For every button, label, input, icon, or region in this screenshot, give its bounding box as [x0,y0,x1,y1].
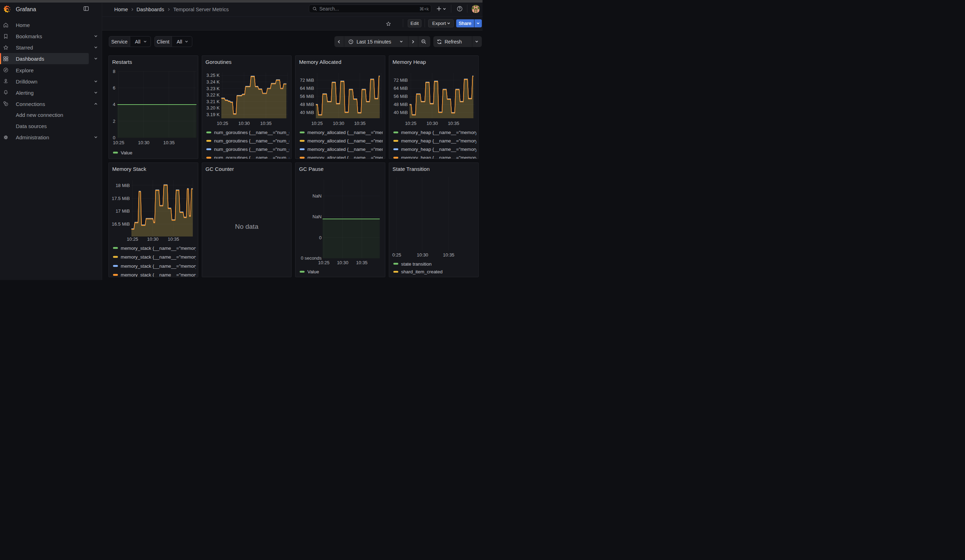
svg-text:memory_heap {__name__="memory_: memory_heap {__name__="memory_h [401,139,479,144]
svg-text:3.24 K: 3.24 K [206,79,220,85]
svg-text:NaN: NaN [312,193,322,198]
svg-text:num_goroutines {__name__="num_: num_goroutines {__name__="num_go [214,139,292,144]
svg-text:18 MiB: 18 MiB [115,183,129,188]
svg-text:3.20 K: 3.20 K [206,106,220,111]
svg-text:4: 4 [113,102,115,107]
svg-text:0:25: 0:25 [392,252,401,257]
svg-text:40 MiB: 40 MiB [300,110,314,116]
svg-text:memory_allocated {__name__="me: memory_allocated {__name__="memo [307,155,385,159]
svg-text:10:35: 10:35 [443,252,455,257]
svg-text:10:25: 10:25 [405,121,417,126]
svg-text:10:35: 10:35 [163,140,175,145]
svg-text:48 MiB: 48 MiB [393,102,407,107]
svg-text:10:35: 10:35 [354,121,366,126]
svg-text:72 MiB: 72 MiB [300,78,314,83]
svg-text:10:30: 10:30 [417,252,428,257]
svg-text:num_goroutines {__name__="num_: num_goroutines {__name__="num_go [214,147,292,152]
svg-text:10:30: 10:30 [333,121,345,126]
svg-text:3.19 K: 3.19 K [206,112,220,117]
svg-text:memory_stack {__name__="memory: memory_stack {__name__="memory_s [121,255,198,260]
svg-text:10:25: 10:25 [318,260,330,265]
svg-text:17 MiB: 17 MiB [115,208,129,214]
svg-text:shard_item_created: shard_item_created [401,269,443,274]
svg-text:0: 0 [113,135,115,140]
svg-text:48 MiB: 48 MiB [300,102,314,107]
svg-text:10:30: 10:30 [147,236,159,242]
svg-text:10:30: 10:30 [426,121,438,126]
svg-text:3.25 K: 3.25 K [206,73,220,78]
svg-text:3.22 K: 3.22 K [206,92,220,98]
svg-text:3.23 K: 3.23 K [206,86,220,91]
svg-text:6: 6 [113,85,115,90]
svg-text:memory_stack {__name__="memory: memory_stack {__name__="memory_s [121,272,198,277]
svg-text:10:30: 10:30 [337,260,348,265]
svg-text:memory_heap {__name__="memory_: memory_heap {__name__="memory_h [401,130,479,136]
svg-text:memory_heap {__name__="memory_: memory_heap {__name__="memory_h [401,155,479,159]
svg-text:16.5 MiB: 16.5 MiB [111,221,129,227]
svg-text:72 MiB: 72 MiB [393,78,407,83]
svg-text:10:30: 10:30 [138,140,149,145]
svg-text:8: 8 [113,69,115,74]
svg-text:memory_allocated {__name__="me: memory_allocated {__name__="memo [307,130,385,136]
svg-text:10:35: 10:35 [356,260,368,265]
svg-text:40 MiB: 40 MiB [393,110,407,116]
svg-text:56 MiB: 56 MiB [393,94,407,99]
svg-text:10:35: 10:35 [448,121,460,126]
svg-text:10:25: 10:25 [216,121,228,126]
svg-text:Value: Value [121,150,132,155]
svg-text:10:25: 10:25 [311,121,323,126]
svg-text:state transition: state transition [401,261,432,266]
svg-text:10:25: 10:25 [127,236,138,242]
svg-text:10:35: 10:35 [168,236,179,242]
svg-text:num_goroutines {__name__="num_: num_goroutines {__name__="num_go [214,155,292,159]
svg-text:memory_allocated {__name__="me: memory_allocated {__name__="memo [307,147,385,152]
svg-text:3.21 K: 3.21 K [206,99,220,104]
svg-text:NaN: NaN [312,214,322,219]
svg-text:10:30: 10:30 [238,121,250,126]
svg-text:0: 0 [319,235,321,240]
svg-text:17.5 MiB: 17.5 MiB [111,196,129,201]
svg-text:10:35: 10:35 [260,121,272,126]
svg-text:56 MiB: 56 MiB [300,94,314,99]
svg-text:memory_stack {__name__="memory: memory_stack {__name__="memory_s [121,245,198,250]
svg-text:2: 2 [113,119,115,124]
svg-text:memory_allocated {__name__="me: memory_allocated {__name__="memo [307,139,385,144]
svg-text:64 MiB: 64 MiB [300,86,314,91]
svg-text:memory_stack {__name__="memory: memory_stack {__name__="memory_s [121,263,198,268]
svg-text:Value: Value [307,269,319,274]
svg-text:10:25: 10:25 [113,140,124,145]
svg-text:num_goroutines {__name__="num_: num_goroutines {__name__="num_go [214,130,292,136]
svg-text:64 MiB: 64 MiB [393,86,407,91]
svg-text:memory_heap {__name__="memory_: memory_heap {__name__="memory_h [401,147,479,152]
